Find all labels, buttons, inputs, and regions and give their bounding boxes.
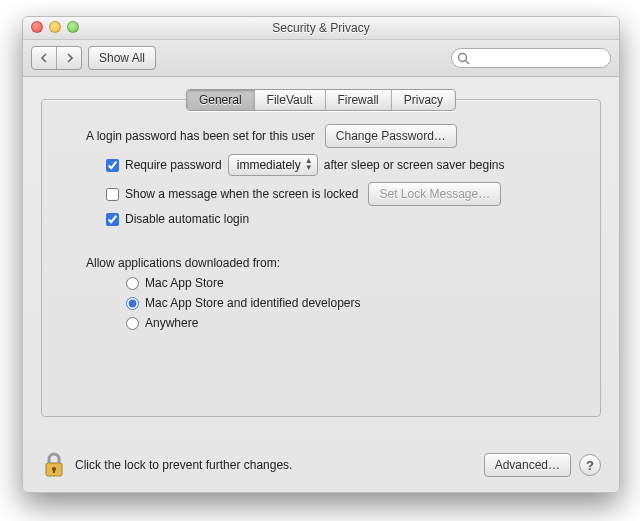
- disable-auto-login-label: Disable automatic login: [125, 212, 249, 226]
- require-password-label: Require password: [125, 158, 222, 172]
- window-title: Security & Privacy: [23, 17, 619, 39]
- lock-text: Click the lock to prevent further change…: [75, 458, 292, 472]
- content: General FileVault Firewall Privacy A log…: [23, 77, 619, 493]
- password-delay-select[interactable]: immediately ▲▼: [228, 154, 318, 176]
- chevron-right-icon: [65, 53, 74, 63]
- svg-point-0: [459, 54, 467, 62]
- tab-general[interactable]: General: [187, 90, 254, 110]
- gatekeeper-anywhere-label: Anywhere: [145, 316, 198, 330]
- gatekeeper-appstore-radio[interactable]: [126, 277, 139, 290]
- tab-firewall[interactable]: Firewall: [324, 90, 390, 110]
- require-password-suffix: after sleep or screen saver begins: [324, 158, 505, 172]
- general-panel: A login password has been set for this u…: [41, 99, 601, 417]
- tab-privacy[interactable]: Privacy: [391, 90, 455, 110]
- lock-icon[interactable]: [41, 450, 67, 480]
- svg-rect-4: [53, 469, 55, 473]
- titlebar: Security & Privacy: [23, 17, 619, 40]
- forward-button[interactable]: [56, 47, 81, 69]
- stepper-arrows-icon: ▲▼: [305, 157, 313, 171]
- gatekeeper-identified-radio[interactable]: [126, 297, 139, 310]
- help-button[interactable]: ?: [579, 454, 601, 476]
- require-password-checkbox[interactable]: [106, 159, 119, 172]
- login-password-label: A login password has been set for this u…: [86, 129, 315, 143]
- advanced-button[interactable]: Advanced…: [484, 453, 571, 477]
- show-message-checkbox[interactable]: [106, 188, 119, 201]
- nav-segment: [31, 46, 82, 70]
- chevron-left-icon: [40, 53, 49, 63]
- search-field[interactable]: [451, 48, 611, 68]
- search-icon: [457, 52, 470, 65]
- toolbar: Show All: [23, 40, 619, 77]
- gatekeeper-heading: Allow applications downloaded from:: [86, 256, 280, 270]
- svg-line-1: [466, 61, 470, 65]
- disable-auto-login-checkbox[interactable]: [106, 213, 119, 226]
- back-button[interactable]: [32, 47, 56, 69]
- tab-bar: General FileVault Firewall Privacy: [186, 89, 456, 111]
- search-input[interactable]: [472, 51, 610, 65]
- gatekeeper-identified-label: Mac App Store and identified developers: [145, 296, 360, 310]
- footer: Click the lock to prevent further change…: [41, 450, 601, 480]
- gatekeeper-anywhere-radio[interactable]: [126, 317, 139, 330]
- set-lock-message-button[interactable]: Set Lock Message…: [368, 182, 501, 206]
- gatekeeper-appstore-label: Mac App Store: [145, 276, 224, 290]
- password-delay-value: immediately: [237, 158, 301, 172]
- tab-filevault[interactable]: FileVault: [254, 90, 325, 110]
- change-password-button[interactable]: Change Password…: [325, 124, 457, 148]
- preferences-window: Security & Privacy Show All General File…: [22, 16, 620, 493]
- show-all-button[interactable]: Show All: [88, 46, 156, 70]
- show-message-label: Show a message when the screen is locked: [125, 187, 358, 201]
